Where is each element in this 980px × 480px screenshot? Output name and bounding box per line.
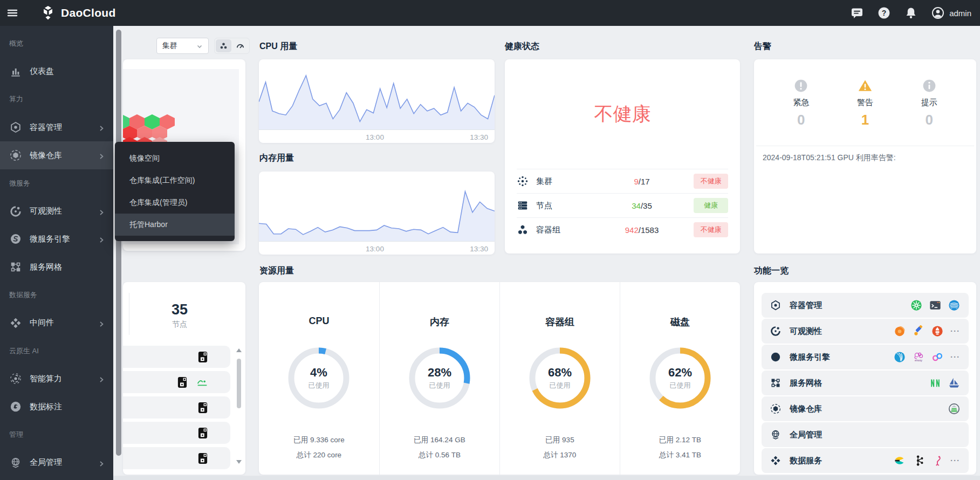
submenu-item[interactable]: 镜像空间 (115, 147, 235, 169)
feature-row-数据服务[interactable]: 数据服务··· (762, 448, 969, 473)
chat-icon[interactable] (851, 6, 864, 19)
help-icon[interactable]: ? (878, 6, 890, 19)
donut-percent-value: 28% (428, 366, 451, 380)
donut-chart[interactable]: 68%已使用 (527, 346, 592, 410)
registry-icon (10, 149, 22, 161)
cpu-chart-title: CPU 用量 (259, 41, 297, 52)
feature-product-icons (929, 377, 960, 389)
cluster-view-toggle[interactable] (216, 39, 231, 52)
donut-chart[interactable]: 4%已使用 (286, 346, 351, 410)
sidebar-item-global[interactable]: 全局管理 (0, 449, 113, 477)
gauge-view-toggle[interactable] (232, 39, 248, 52)
resource-total-label: 总计 1370 (500, 450, 620, 460)
cluster-select[interactable]: 集群 (156, 38, 209, 54)
feature-product-icons (910, 299, 960, 311)
pink-bird-icon[interactable] (931, 455, 943, 467)
node-count-value: 35 (123, 301, 236, 318)
global-icon (10, 457, 22, 469)
feature-row-label: 容器管理 (790, 300, 822, 311)
feature-row-全局管理[interactable]: 全局管理 (762, 422, 969, 447)
pods-icon (517, 224, 529, 236)
mesh-green-icon[interactable] (929, 377, 941, 389)
feature-row-服务网格[interactable]: 服务网格 (762, 371, 969, 395)
alert-message[interactable]: 2024-09-18T05:21:51 GPU 利用率告警: (763, 153, 968, 163)
app-root: DaoCloud ? admin 概览仪表盘算力容器管理镜像仓库微服务可观测性微… (0, 0, 980, 480)
memory-area-chart[interactable] (259, 176, 495, 243)
memory-chart-title: 内存用量 (259, 153, 294, 164)
more-icon[interactable]: ··· (950, 456, 960, 465)
donut-caption: 已使用 (550, 381, 571, 390)
submenu-item[interactable]: 仓库集成(管理员) (115, 191, 235, 214)
header-actions: ? admin (851, 6, 980, 19)
sidebar-item-registry[interactable]: 镜像仓库 (0, 141, 113, 169)
sphere-icon[interactable] (894, 351, 906, 363)
user-menu[interactable]: admin (931, 6, 971, 19)
scroll-down-icon[interactable] (236, 457, 242, 462)
otel-icon[interactable] (913, 325, 924, 337)
harbor-icon[interactable] (948, 403, 960, 415)
sidebar-section-label: 算力 (0, 86, 113, 114)
sidebar-item-mse[interactable]: 微服务引擎 (0, 225, 113, 253)
feature-row-微服务引擎[interactable]: 微服务引擎envoy··· (762, 345, 969, 369)
hamburger-menu-button[interactable] (0, 0, 25, 26)
sidebar-item-ai[interactable]: 智能算力 (0, 365, 113, 393)
horizontal-scrollbar[interactable] (113, 476, 980, 480)
health-row-value: 942/1583 (590, 225, 694, 235)
donut-chart[interactable]: 62%已使用 (648, 346, 712, 410)
feature-row-镜像仓库[interactable]: 镜像仓库 (762, 396, 969, 421)
vertical-scrollbar[interactable] (116, 30, 121, 456)
feature-row-可观测性[interactable]: 可观测性··· (762, 319, 969, 344)
feature-row-容器管理[interactable]: 容器管理 (762, 293, 969, 318)
node-list-row[interactable] (123, 447, 230, 469)
health-row-集群: 集群9/17不健康 (517, 169, 728, 193)
grafana-icon[interactable] (894, 325, 906, 337)
node-scroll-thumb[interactable] (237, 359, 241, 408)
more-icon[interactable]: ··· (950, 352, 960, 362)
donut-center-text: 28%已使用 (407, 346, 472, 410)
ai-icon (10, 373, 22, 385)
chevron-down-icon (196, 43, 203, 49)
resource-gauge-label: 磁盘 (620, 316, 740, 328)
bell-icon[interactable] (904, 6, 917, 19)
resource-used-label: 已用 9.336 core (259, 435, 379, 445)
more-icon[interactable]: ··· (950, 326, 960, 336)
sidebar-item-labeling[interactable]: 数据标注 (0, 393, 113, 421)
polaris-icon[interactable] (931, 351, 943, 363)
submenu-item[interactable]: 仓库集成(工作空间) (115, 169, 235, 191)
sidebar-item-mesh[interactable]: 服务网格 (0, 253, 113, 281)
feature-product-icons: envoy··· (894, 351, 960, 363)
donut-chart[interactable]: 28%已使用 (407, 346, 472, 410)
sidebar-item-dashboard[interactable]: 仪表盘 (0, 58, 113, 86)
cluster-select-value: 集群 (162, 41, 177, 51)
node-list-row[interactable] (123, 422, 230, 444)
kubernetes-icon[interactable] (910, 299, 922, 311)
brand-logo[interactable]: DaoCloud (40, 5, 116, 21)
sailboat-icon[interactable] (948, 377, 960, 389)
elastic-icon[interactable] (894, 455, 906, 467)
ocean-icon[interactable] (948, 299, 960, 311)
sidebar-item-observability[interactable]: 可观测性 (0, 197, 113, 225)
chevron-right-icon (98, 236, 105, 242)
cpu-area-chart[interactable] (259, 64, 495, 132)
status-badge: 健康 (694, 198, 728, 213)
docker-icon (198, 351, 208, 363)
chevron-right-icon (98, 124, 105, 131)
node-list-row[interactable] (123, 371, 230, 393)
node-list-row[interactable] (123, 346, 230, 368)
scroll-up-icon[interactable] (236, 346, 242, 351)
kafka-icon[interactable] (913, 455, 924, 467)
sidebar-item-middleware[interactable]: 中间件 (0, 309, 113, 337)
resources-card: CPU4%已使用已用 9.336 core总计 220 core内存28%已使用… (259, 282, 740, 475)
feature-rows: 容器管理可观测性···微服务引擎envoy···服务网格镜像仓库全局管理数据服务… (762, 293, 969, 473)
node-rows (123, 346, 230, 472)
resource-gauge-磁盘: 磁盘62%已使用已用 2.12 TB总计 3.41 TB (620, 282, 740, 475)
sidebar-item-container-mgmt[interactable]: 容器管理 (0, 113, 113, 141)
submenu-item[interactable]: 托管Harbor (115, 214, 235, 236)
terminal-icon[interactable] (929, 299, 941, 311)
envoy-icon[interactable]: envoy (913, 351, 924, 363)
middleware-icon (10, 317, 22, 329)
sidebar-section-label: 数据服务 (0, 281, 113, 309)
node-list-row[interactable] (123, 396, 230, 419)
prometheus-icon[interactable] (931, 325, 943, 337)
health-row-label: 集群 (536, 176, 590, 187)
